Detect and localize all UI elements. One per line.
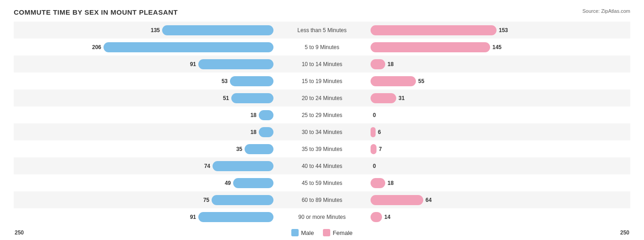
chart-row: 91 90 or more Minutes 14 [14,208,630,225]
right-half: 0 [322,106,630,123]
female-bar [371,144,377,154]
male-value: 75 [203,197,209,203]
legend-male-box [291,229,299,236]
right-bar-wrap: 153 [324,22,630,39]
chart-row: 74 40 to 44 Minutes 0 [14,157,630,174]
male-value: 51 [223,95,229,101]
right-bar-wrap: 64 [324,191,630,208]
female-bar [371,178,385,188]
right-half: 14 [322,208,630,225]
axis-label-right: 250 [620,229,629,236]
right-half: 153 [322,22,630,39]
female-bar [371,25,497,35]
right-bar-wrap: 145 [324,39,630,56]
right-bar-wrap: 7 [324,140,630,157]
male-value: 18 [251,129,257,135]
left-half: 18 [14,106,322,123]
female-value: 14 [384,214,390,220]
male-value: 206 [92,44,101,50]
left-half: 49 [14,174,322,191]
right-bar-wrap: 14 [324,208,630,225]
axis-label-left: 250 [15,229,24,236]
legend-female-label: Female [333,229,352,236]
male-bar [233,178,273,188]
female-value: 145 [492,44,502,50]
male-bar [104,42,273,52]
chart-row: 135 Less than 5 Minutes 153 [14,22,630,39]
left-bar-wrap: 35 [14,140,320,157]
right-bar-wrap: 18 [324,56,630,73]
left-bar-wrap: 74 [14,157,320,174]
left-half: 91 [14,208,322,225]
female-value: 153 [499,27,508,33]
female-value: 0 [373,112,376,118]
male-bar [198,59,273,69]
female-bar [371,76,416,86]
legend-female: Female [323,229,352,236]
chart-row: 35 35 to 39 Minutes 7 [14,140,630,157]
male-value: 49 [225,180,231,186]
chart-row: 91 10 to 14 Minutes 18 [14,56,630,73]
legend: Male Female [291,229,353,236]
left-bar-wrap: 53 [14,73,320,89]
left-half: 206 [14,39,322,56]
right-bar-wrap: 18 [324,174,630,191]
male-value: 91 [190,214,196,220]
female-value: 6 [378,129,381,135]
male-bar [162,25,273,35]
chart-row: 206 5 to 9 Minutes 145 [14,39,630,56]
male-bar [259,110,273,120]
male-bar [231,93,273,103]
right-half: 145 [322,39,630,56]
left-bar-wrap: 91 [14,208,320,225]
right-bar-wrap: 0 [324,106,630,123]
left-bar-wrap: 49 [14,174,320,191]
left-half: 135 [14,22,322,39]
legend-female-box [323,229,330,236]
female-bar [371,212,382,222]
male-bar [230,76,273,86]
right-half: 6 [322,123,630,140]
left-half: 35 [14,140,322,157]
chart-container: COMMUTE TIME BY SEX IN MOUNT PLEASANT So… [0,0,644,240]
chart-row: 51 20 to 24 Minutes 31 [14,89,630,106]
female-value: 18 [387,61,393,67]
male-value: 91 [190,61,196,67]
female-value: 55 [418,78,424,84]
right-half: 18 [322,56,630,73]
left-half: 53 [14,73,322,89]
right-half: 7 [322,140,630,157]
male-bar [213,161,273,171]
left-half: 74 [14,157,322,174]
left-half: 91 [14,56,322,73]
male-bar [259,127,273,137]
male-bar [198,212,273,222]
right-half: 0 [322,157,630,174]
female-bar [371,42,490,52]
left-half: 75 [14,191,322,208]
chart-row: 18 25 to 29 Minutes 0 [14,106,630,123]
chart-row: 75 60 to 89 Minutes 64 [14,191,630,208]
female-value: 18 [387,180,393,186]
chart-row: 53 15 to 19 Minutes 55 [14,73,630,89]
chart-row: 49 45 to 59 Minutes 18 [14,174,630,191]
female-value: 7 [379,146,382,152]
chart-title: COMMUTE TIME BY SEX IN MOUNT PLEASANT [14,8,630,16]
left-bar-wrap: 91 [14,56,320,73]
left-bar-wrap: 135 [14,22,320,39]
right-half: 64 [322,191,630,208]
female-value: 0 [373,163,376,169]
male-value: 18 [251,112,257,118]
source-text: Source: ZipAtlas.com [582,8,630,14]
left-half: 18 [14,123,322,140]
female-value: 64 [426,197,431,203]
female-bar [371,93,396,103]
left-bar-wrap: 75 [14,191,320,208]
right-half: 31 [322,89,630,106]
left-bar-wrap: 206 [14,39,320,56]
right-bar-wrap: 31 [324,89,630,106]
left-bar-wrap: 51 [14,89,320,106]
chart-row: 18 30 to 34 Minutes 6 [14,123,630,140]
left-bar-wrap: 18 [14,123,320,140]
right-half: 55 [322,73,630,89]
